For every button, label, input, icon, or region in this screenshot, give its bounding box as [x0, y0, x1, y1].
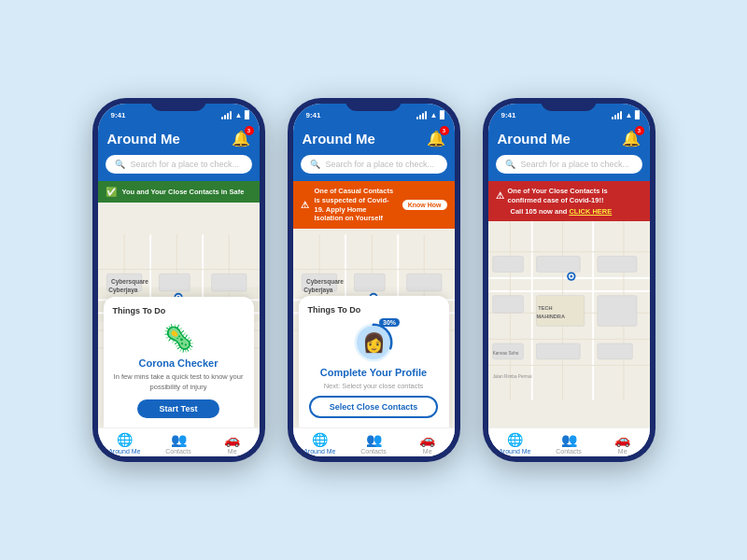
- phone-notch-1: [150, 98, 206, 111]
- header-2: Around Me 🔔 3: [293, 124, 455, 155]
- nav-around-me-2[interactable]: 🌐 Around Me: [293, 432, 347, 455]
- search-icon-3: 🔍: [505, 160, 515, 169]
- nav-contacts-icon-3: 👥: [561, 432, 577, 447]
- svg-rect-67: [536, 343, 580, 359]
- nav-contacts-icon-1: 👥: [171, 432, 187, 447]
- battery-icon-1: ▊: [245, 111, 250, 119]
- bell-icon-3[interactable]: 🔔 3: [622, 130, 641, 147]
- search-bar-2: 🔍 Search for a place to check...: [293, 155, 455, 181]
- map-area-1: Cybersquare Cyberjaya ✅ You and Your Clo…: [98, 181, 260, 427]
- alert-icon-1: ✅: [106, 187, 117, 197]
- nav-me-label-1: Me: [228, 448, 237, 455]
- search-input-2[interactable]: 🔍 Search for a place to check...: [301, 155, 447, 174]
- status-time-3: 9:41: [501, 111, 516, 119]
- nav-contacts-label-3: Contacts: [556, 448, 582, 455]
- svg-rect-63: [492, 257, 523, 273]
- nav-around-me-3[interactable]: 🌐 Around Me: [488, 432, 543, 455]
- card-title-1: Corona Checker: [139, 357, 218, 369]
- things-label-1: Things To Do: [113, 306, 245, 315]
- phone-screen-3: 9:41 ▲ ▊ Around Me 🔔 3: [488, 104, 650, 456]
- header-title-2: Around Me: [303, 131, 375, 147]
- status-time-1: 9:41: [111, 111, 126, 119]
- search-input-3[interactable]: 🔍 Search for a place to check...: [496, 155, 642, 174]
- phone-notch-2: [345, 98, 402, 111]
- nav-contacts-2[interactable]: 👥 Contacts: [346, 432, 401, 455]
- profile-avatar-2: 👩 30%: [353, 322, 394, 363]
- nav-contacts-1[interactable]: 👥 Contacts: [151, 432, 205, 455]
- nav-around-label-1: Around Me: [108, 448, 140, 455]
- select-contacts-button-2[interactable]: Select Close Contacts: [309, 396, 439, 418]
- phone-screen-1: 9:41 ▲ ▊ Around Me 🔔 3: [98, 104, 260, 456]
- status-icons-1: ▲ ▊: [221, 111, 250, 119]
- alert-icon-3: ⚠: [496, 190, 504, 201]
- header-title-3: Around Me: [498, 131, 571, 147]
- nav-globe-icon-1: 🌐: [117, 432, 133, 447]
- nav-around-label-3: Around Me: [499, 448, 530, 455]
- svg-rect-14: [211, 273, 246, 291]
- svg-rect-62: [492, 296, 523, 314]
- corona-icon-1: 🦠: [162, 323, 195, 354]
- start-test-button-1[interactable]: Start Test: [137, 399, 220, 418]
- phone-frame-1: 9:41 ▲ ▊ Around Me 🔔 3: [92, 98, 265, 462]
- bell-icon-1[interactable]: 🔔 3: [232, 130, 250, 147]
- phone-frame-2: 9:41 ▲ ▊ Around Me 🔔 3: [288, 98, 460, 462]
- card-title-2: Complete Your Profile: [320, 367, 428, 378]
- progress-label-2: 30%: [379, 318, 400, 327]
- phone-2: 9:41 ▲ ▊ Around Me 🔔 3: [288, 98, 460, 462]
- svg-rect-65: [597, 257, 636, 273]
- svg-point-75: [570, 275, 572, 278]
- status-icons-2: ▲ ▊: [416, 111, 445, 119]
- alert-icon-2: ⚠: [301, 200, 309, 210]
- nav-contacts-icon-2: 👥: [366, 432, 382, 447]
- click-here-3[interactable]: Call 105 now and CLICK HERE: [496, 207, 613, 216]
- alert-text-2: One of Casual Contacts is suspected of C…: [315, 187, 397, 223]
- bell-icon-2[interactable]: 🔔 3: [427, 130, 445, 147]
- signal-icon-1: [221, 111, 232, 119]
- svg-text:Kanvas Soho: Kanvas Soho: [492, 351, 518, 356]
- phone-screen-2: 9:41 ▲ ▊ Around Me 🔔 3: [293, 104, 455, 456]
- next-label-2: Next: Select your close contacts: [324, 382, 424, 390]
- avatar-img-2: 👩: [357, 326, 390, 359]
- nav-me-3[interactable]: 🚗 Me: [596, 432, 650, 455]
- nav-contacts-3[interactable]: 👥 Contacts: [542, 432, 596, 455]
- things-card-1: Things To Do 🦠 Corona Checker In few min…: [104, 297, 254, 427]
- search-bar-3: 🔍 Search for a place to check...: [488, 155, 650, 181]
- wifi-icon-1: ▲: [235, 111, 243, 119]
- search-placeholder-3: Search for a place to check...: [521, 160, 630, 169]
- phone-3: 9:41 ▲ ▊ Around Me 🔔 3: [483, 98, 655, 462]
- svg-rect-68: [597, 343, 631, 359]
- notification-badge-3: 3: [635, 126, 644, 135]
- header-1: Around Me 🔔 3: [98, 124, 260, 155]
- bottom-nav-3: 🌐 Around Me 👥 Contacts 🚗 Me: [488, 427, 650, 456]
- alert-row-3: ⚠ One of Your Close Contacts is confirme…: [496, 187, 642, 205]
- alert-text-1: You and Your Close Contacts in Safe: [122, 188, 252, 197]
- signal-icon-2: [416, 111, 427, 119]
- alert-banner-1: ✅ You and Your Close Contacts in Safe: [98, 181, 260, 203]
- search-icon-1: 🔍: [115, 160, 125, 169]
- alert-banner-2: ⚠ One of Casual Contacts is suspected of…: [293, 181, 455, 229]
- wifi-icon-3: ▲: [626, 111, 633, 119]
- svg-rect-60: [536, 296, 584, 327]
- card-content-1: 🦠 Corona Checker In few mins take a quic…: [113, 323, 245, 418]
- nav-me-icon-1: 🚗: [224, 432, 240, 447]
- nav-globe-icon-3: 🌐: [507, 432, 523, 447]
- header-3: Around Me 🔔 3: [488, 124, 650, 155]
- nav-around-me-1[interactable]: 🌐 Around Me: [98, 432, 152, 455]
- know-how-button-2[interactable]: Know How: [402, 200, 447, 210]
- notification-badge-1: 3: [245, 126, 254, 135]
- search-icon-2: 🔍: [310, 160, 320, 169]
- svg-text:Cybersquare: Cybersquare: [111, 278, 148, 286]
- map-area-2: Cybersquare Cyberjaya ⚠ One of Casual Co…: [293, 181, 455, 427]
- battery-icon-3: ▊: [635, 111, 641, 119]
- nav-me-1[interactable]: 🚗 Me: [205, 432, 260, 455]
- search-input-1[interactable]: 🔍 Search for a place to check...: [106, 155, 252, 174]
- svg-text:Cyberjaya: Cyberjaya: [108, 287, 138, 294]
- nav-around-label-2: Around Me: [303, 448, 335, 455]
- status-icons-3: ▲ ▊: [612, 111, 641, 119]
- notification-badge-2: 3: [440, 126, 449, 135]
- search-bar-1: 🔍 Search for a place to check...: [98, 155, 260, 181]
- nav-me-icon-2: 🚗: [419, 432, 435, 447]
- alert-banner-3: ⚠ One of Your Close Contacts is confirme…: [488, 181, 650, 221]
- nav-me-2[interactable]: 🚗 Me: [401, 432, 455, 455]
- svg-rect-61: [597, 296, 636, 327]
